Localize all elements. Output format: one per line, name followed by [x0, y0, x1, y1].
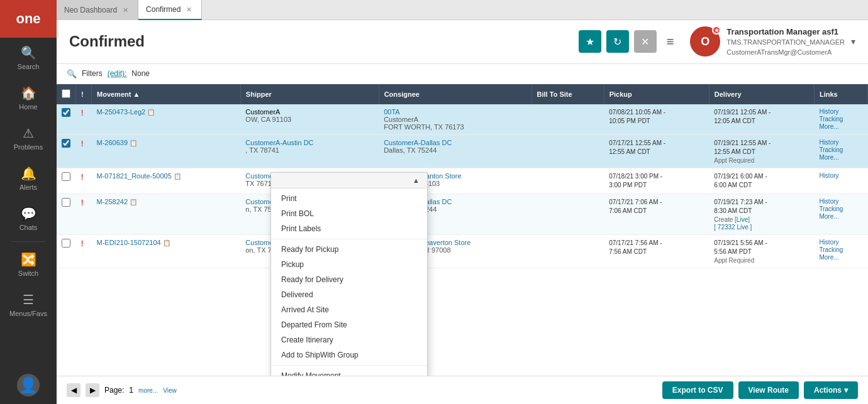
movement-doc-icon: 📋	[174, 173, 181, 180]
tab-close-confirmed[interactable]: ✕	[184, 5, 194, 14]
links-container: History Tracking More...	[819, 108, 862, 130]
movement-link[interactable]: M-258242	[97, 198, 128, 205]
tab-neo-dashboard[interactable]: Neo Dashboard ✕	[57, 0, 138, 20]
tracking-link[interactable]: Tracking	[819, 246, 862, 253]
menu-item-modify-movement[interactable]: Modify Movement	[271, 368, 427, 376]
movement-link[interactable]: M-071821_Route-50005	[97, 172, 172, 180]
sidebar-item-menus[interactable]: ☰ Menus/Favs	[0, 285, 57, 325]
user-dropdown-arrow[interactable]: ▾	[851, 36, 855, 46]
history-link[interactable]: History	[819, 198, 862, 205]
main-content: Neo Dashboard ✕ Confirmed ✕ Confirmed ★ …	[57, 0, 868, 404]
movement-link[interactable]: M-260639	[97, 139, 128, 146]
row-checkbox[interactable]	[62, 172, 70, 181]
export-csv-button[interactable]: Export to CSV	[662, 381, 733, 399]
shipper-link[interactable]: CustomerA-Austin DC	[245, 139, 313, 146]
view-route-button[interactable]: View Route	[738, 381, 799, 399]
row-exclaim-cell: !	[76, 104, 92, 135]
history-link[interactable]: History	[819, 239, 862, 246]
row-delivery-cell: 07/19/21 6:00 AM -6:00 AM CDT	[709, 168, 814, 194]
favorite-button[interactable]: ★	[579, 30, 601, 53]
menu-item-ready-for-delivery[interactable]: Ready for Delivery	[271, 272, 427, 287]
close-button[interactable]: ✕	[634, 30, 657, 53]
menu-item-print-bol[interactable]: Print BOL	[271, 206, 427, 221]
tab-confirmed[interactable]: Confirmed ✕	[138, 0, 202, 20]
prev-page-button[interactable]: ◀	[67, 383, 81, 397]
sidebar-item-problems[interactable]: ⚠ Problems	[0, 118, 57, 158]
movement-doc-icon: 📋	[147, 109, 155, 116]
table-container: ! Movement ▲ Shipper Consignee Bill To S…	[57, 84, 868, 376]
row-checkbox[interactable]	[62, 198, 70, 207]
actions-button[interactable]: Actions ▾	[804, 381, 858, 399]
select-all-checkbox[interactable]	[62, 89, 70, 98]
view-link[interactable]: View	[163, 387, 177, 394]
menu-item-print-labels[interactable]: Print Labels	[271, 221, 427, 236]
history-link[interactable]: History	[819, 139, 862, 146]
history-link[interactable]: History	[819, 108, 862, 115]
tab-close-neo-dashboard[interactable]: ✕	[121, 6, 130, 15]
pagination: ◀ ▶ Page: 1 more... View	[67, 383, 177, 397]
shipper-address: OW, CA 91103	[245, 116, 291, 123]
hamburger-menu-button[interactable]: ≡	[662, 32, 679, 52]
context-menu-up-button[interactable]: ▲	[413, 177, 420, 184]
user-role: TMS.TRANSPORTATION_MANAGER	[726, 38, 845, 47]
row-movement-cell: M-260639 📋	[92, 134, 241, 168]
more-pages-link[interactable]: more...	[138, 387, 158, 394]
more-link[interactable]: More...	[819, 213, 862, 220]
menu-item-delivered[interactable]: Delivered	[271, 287, 427, 302]
app-logo[interactable]: one	[0, 0, 57, 38]
movement-link[interactable]: M-250473-Leg2	[97, 108, 146, 116]
row-links-cell: History Tracking More...	[814, 104, 867, 135]
sidebar-item-profile[interactable]: 👤	[0, 366, 57, 404]
user-profile: O ★ Transportation Manager asf1 TMS.TRAN…	[690, 26, 855, 57]
sidebar-item-chats[interactable]: 💬 Chats	[0, 199, 57, 239]
tracking-link[interactable]: Tracking	[819, 205, 862, 212]
consignee-link[interactable]: 00TA	[384, 108, 399, 116]
sidebar-item-label: Switch	[18, 270, 38, 277]
more-link[interactable]: More...	[819, 254, 862, 261]
movement-link[interactable]: M-EDI210-15072104	[97, 239, 161, 246]
table-row: ! M-071821_Route-50005 📋 CustomerA-Waco …	[57, 168, 868, 194]
delivery-time: 07/19/21 6:00 AM -6:00 AM CDT	[714, 173, 767, 188]
row-checkbox[interactable]	[62, 239, 70, 248]
menu-item-create-itinerary[interactable]: Create Itinerary	[271, 332, 427, 347]
sidebar-item-home[interactable]: 🏠 Home	[0, 78, 57, 118]
menu-item-ready-for-pickup[interactable]: Ready for Pickup	[271, 242, 427, 257]
shipper-name: CustomerA	[245, 108, 280, 116]
row-checkbox[interactable]	[62, 139, 70, 148]
menu-icon: ☰	[23, 292, 34, 307]
table-row: ! M-258242 📋 CustomerA-Canton Store n, T…	[57, 194, 868, 234]
row-checkbox-cell	[57, 134, 76, 168]
more-link[interactable]: More...	[819, 123, 862, 130]
history-link[interactable]: History	[819, 172, 862, 179]
col-pickup: Pickup	[604, 84, 709, 104]
col-bill-to: Bill To Site	[531, 84, 604, 104]
menu-item-print[interactable]: Print	[271, 191, 427, 206]
tracking-link[interactable]: Tracking	[819, 146, 862, 153]
pickup-time: 07/17/21 12:55 AM -12:55 AM CDT	[609, 139, 665, 155]
sidebar-item-switch[interactable]: 🔀 Switch	[0, 244, 57, 285]
profile-icon: 👤	[17, 374, 40, 396]
menu-group-status: Ready for Pickup Pickup Ready for Delive…	[271, 239, 427, 366]
live-link[interactable]: 72332 Live	[718, 224, 748, 231]
tracking-link[interactable]: Tracking	[819, 116, 862, 123]
next-page-button[interactable]: ▶	[86, 383, 99, 397]
movement-doc-icon: 📋	[130, 139, 137, 146]
sidebar-item-alerts[interactable]: 🔔 Alerts	[0, 158, 57, 199]
sidebar-item-label: Alerts	[19, 183, 37, 191]
menu-item-departed-from-site[interactable]: Departed From Site	[271, 317, 427, 332]
sidebar-item-label: Home	[19, 103, 37, 111]
menu-item-pickup[interactable]: Pickup	[271, 257, 427, 272]
menu-item-add-shipwith-group[interactable]: Add to ShipWith Group	[271, 347, 427, 363]
page-label: Page:	[104, 386, 124, 395]
row-delivery-cell: 07/19/21 12:55 AM -12:55 AM CDT Appt Req…	[709, 134, 814, 168]
row-bill-to-cell	[531, 234, 604, 268]
row-checkbox[interactable]	[62, 108, 70, 117]
consignee-link[interactable]: CustomerA-Dallas DC	[384, 139, 452, 146]
sidebar-item-search[interactable]: 🔍 Search	[0, 38, 57, 78]
col-movement[interactable]: Movement ▲	[92, 84, 241, 104]
more-link[interactable]: More...	[819, 154, 862, 161]
consignee-sub: CustomerA	[384, 116, 418, 123]
filters-edit-button[interactable]: (edit):	[108, 69, 127, 78]
menu-item-arrived-at-site[interactable]: Arrived At Site	[271, 302, 427, 317]
refresh-button[interactable]: ↻	[606, 30, 629, 53]
